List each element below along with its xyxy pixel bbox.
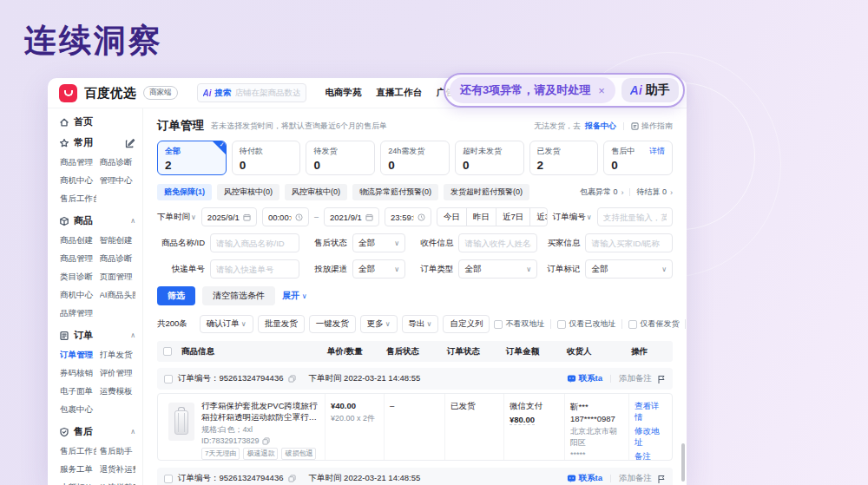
sidebar-item[interactable]: 商品创建	[60, 235, 96, 246]
copy-icon[interactable]	[288, 475, 296, 482]
order-no-filter-label[interactable]: 订单编号∨	[553, 212, 592, 223]
status-card-aftersale[interactable]: 售后中 详情 0	[603, 141, 673, 175]
sidebar-item[interactable]: 商品诊断	[100, 157, 136, 168]
assistant-alert[interactable]: 还有3项异常，请及时处理 ×	[450, 77, 615, 103]
sidebar-group-favorites[interactable]: 常用	[59, 136, 135, 149]
quick-30days-button[interactable]: 近30日	[529, 208, 548, 226]
confirm-order-button[interactable]: 确认订单∨	[200, 315, 253, 333]
ai-assistant-pill[interactable]: 还有3项异常，请及时处理 × Ai 助手	[444, 73, 685, 108]
pill-risk-review-2[interactable]: 风控审核中(0)	[285, 184, 347, 200]
status-card-overdue[interactable]: 超时未发货 0	[455, 141, 524, 175]
pill-risk-review-1[interactable]: 风控审核中(0)	[217, 184, 279, 200]
detail-link[interactable]: 详情	[649, 146, 665, 157]
sidebar-item[interactable]: 打单发货	[100, 350, 136, 361]
package-abnormal-link[interactable]: 包裹异常 0	[580, 187, 618, 198]
sidebar-group-orders[interactable]: 订单 ∧	[59, 329, 135, 342]
sidebar-item[interactable]: AI商品头图	[100, 290, 136, 301]
quick-today-button[interactable]: 今日	[437, 208, 466, 226]
sidebar-item[interactable]: 页面管理	[100, 272, 136, 283]
status-card-to-ship[interactable]: 待发货 0	[306, 141, 375, 175]
batch-ship-button[interactable]: 批量发货	[258, 315, 305, 333]
sidebar-item[interactable]: 券码核销	[60, 368, 96, 379]
more-button[interactable]: 更多∨	[360, 315, 398, 333]
status-card-all[interactable]: ✓ 全部 2	[157, 141, 227, 175]
scrollbar[interactable]	[681, 443, 685, 482]
check-urge-ship[interactable]: 仅看催发货	[628, 318, 679, 330]
product-image[interactable]	[168, 403, 194, 441]
sidebar-item[interactable]: 售后工作台	[60, 446, 96, 457]
filter-apply-button[interactable]: 筛选	[157, 286, 195, 305]
quick-yesterday-button[interactable]: 昨日	[466, 208, 496, 226]
edit-address-link[interactable]: 修改地址	[635, 426, 667, 449]
close-icon[interactable]: ×	[598, 84, 605, 97]
sidebar-item[interactable]: 电子面单	[60, 386, 96, 397]
edit-icon[interactable]	[125, 138, 135, 148]
contact-buyer-link[interactable]: 联系ta	[567, 373, 602, 384]
nav-ecommerce-academy[interactable]: 电商学苑	[326, 87, 362, 99]
status-card-unpaid[interactable]: 待付款 0	[232, 141, 301, 175]
sidebar-item-home[interactable]: 首页	[59, 115, 135, 128]
order-type-select[interactable]: 全部∨	[458, 259, 537, 279]
select-all-checkbox[interactable]	[163, 347, 172, 356]
one-click-ship-button[interactable]: 一键发货	[309, 315, 356, 333]
status-card-24h[interactable]: 24h需发货 0	[380, 141, 450, 175]
pending-settlement-link[interactable]: 待结算 0	[636, 187, 667, 198]
ai-assistant-button[interactable]: Ai 助手	[621, 78, 679, 102]
report-center-link[interactable]: 报备中心	[585, 121, 616, 132]
flag-icon[interactable]	[657, 375, 666, 383]
order-checkbox[interactable]	[164, 475, 173, 483]
add-note-link[interactable]: 添加备注	[619, 473, 652, 484]
tracking-no-input[interactable]	[210, 259, 299, 279]
remark-link[interactable]: 备注	[635, 451, 667, 461]
order-checkbox[interactable]	[164, 375, 173, 383]
copy-icon[interactable]	[288, 375, 296, 383]
operation-guide-link[interactable]: 操作指南	[631, 121, 673, 132]
add-note-link[interactable]: 添加备注	[619, 373, 652, 384]
sidebar-item-order-management[interactable]: 订单管理	[60, 350, 96, 361]
check-no-dual-address[interactable]: 不看双地址	[494, 318, 544, 330]
check-changed-address[interactable]: 仅看已改地址	[557, 318, 615, 330]
product-title[interactable]: 行李箱保护套批发PVC跨境旅行箱拉杆箱透明运动款防尘罩行李箱套 30...	[201, 401, 319, 423]
time-from-input[interactable]	[262, 207, 309, 226]
date-from-input[interactable]	[201, 207, 257, 226]
quick-7days-button[interactable]: 近7日	[496, 208, 529, 226]
nav-live-workbench[interactable]: 直播工作台	[377, 87, 423, 99]
pill-logistics-warning[interactable]: 物流异常赔付预警(0)	[352, 184, 438, 200]
filter-clear-button[interactable]: 清空筛选条件	[202, 286, 275, 305]
sidebar-item[interactable]: 管理中心	[100, 175, 136, 187]
sidebar-item[interactable]: 售后工作台	[60, 193, 96, 205]
product-name-input[interactable]	[210, 233, 299, 252]
receiver-info-input[interactable]	[458, 233, 537, 252]
sidebar-item[interactable]: 品牌管理	[60, 308, 96, 319]
pill-compensation-guarantee[interactable]: 赔免保障(1)	[157, 184, 212, 200]
sidebar-item[interactable]: 售后助手	[100, 446, 136, 457]
channel-select[interactable]: 全部∨	[352, 259, 405, 279]
sidebar-item[interactable]: 服务工单	[60, 464, 96, 475]
sidebar-item[interactable]: 运费模板	[100, 386, 136, 397]
time-to-input[interactable]	[385, 207, 431, 226]
customize-columns-button[interactable]: 自定义列	[443, 315, 490, 333]
status-card-shipped[interactable]: 已发货 2	[529, 141, 599, 175]
sidebar-item[interactable]: 商品诊断	[100, 253, 136, 265]
copy-icon[interactable]	[262, 437, 270, 445]
sidebar-item[interactable]: 智能创建	[100, 235, 136, 246]
order-no-input[interactable]	[597, 207, 673, 226]
sidebar-group-aftersale[interactable]: 售后 ∧	[59, 425, 135, 438]
pill-timeout-warning[interactable]: 发货超时赔付预警(0)	[444, 184, 529, 200]
export-button[interactable]: 导出∨	[402, 315, 439, 333]
filter-expand-button[interactable]: 展开 ∨	[282, 290, 307, 302]
buyer-info-input[interactable]	[585, 233, 673, 252]
date-to-input[interactable]	[324, 207, 379, 226]
sidebar-item[interactable]: 包裹中心	[60, 404, 96, 416]
contact-buyer-link[interactable]: 联系ta	[567, 473, 602, 484]
chevron-up-icon[interactable]: ∧	[130, 331, 135, 339]
sidebar-item[interactable]: 类目诊断	[60, 272, 96, 283]
sidebar-item[interactable]: 商品管理	[60, 253, 96, 265]
sidebar-group-goods[interactable]: 商品 ∧	[59, 214, 135, 227]
view-detail-link[interactable]: 查看详情	[635, 401, 667, 423]
sidebar-item[interactable]: 商品管理	[60, 157, 96, 168]
chevron-up-icon[interactable]: ∧	[130, 217, 135, 225]
flag-icon[interactable]	[657, 475, 666, 483]
sidebar-item[interactable]: 退货补运费	[100, 464, 136, 475]
aftersale-status-select[interactable]: 全部∨	[352, 233, 405, 252]
